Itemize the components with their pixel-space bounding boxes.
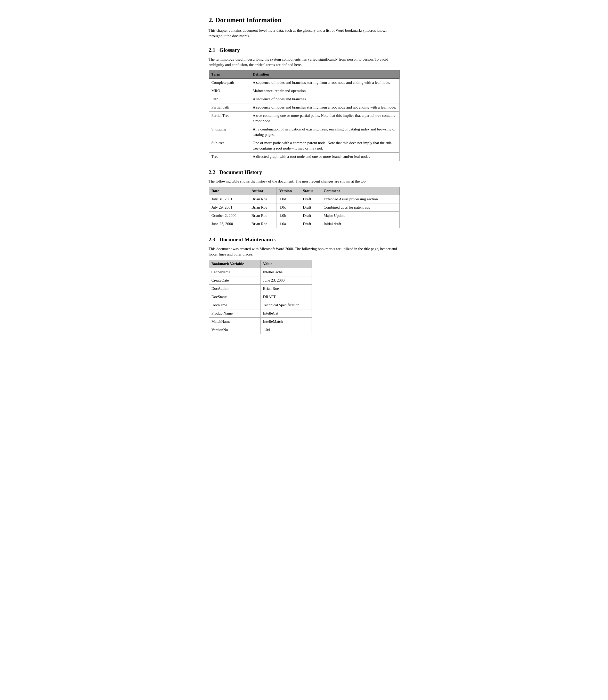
history-table: Date Author Version Status Comment July …: [209, 187, 400, 228]
glossary-row: Complete pathA sequence of nodes and bra…: [209, 78, 399, 86]
section-2-title: 2. Document Information: [209, 16, 400, 25]
bookmark-value: 1.0d: [260, 326, 311, 334]
subsection-2-2-title: 2.2 Document History: [209, 169, 400, 176]
history-cell-version: 1.0c: [277, 203, 300, 212]
bookmark-value: IntelleCat: [260, 309, 311, 317]
history-cell-status: Draft: [300, 195, 321, 203]
history-cell-comment: Combined docs for patent app: [321, 203, 399, 212]
bookmark-row: DocAuthorBrian Roe: [209, 285, 311, 293]
bookmark-table: Bookmark Variable Value CacheNameIntelle…: [209, 260, 312, 334]
bookmark-col-value: Value: [260, 260, 311, 268]
history-col-comment: Comment: [321, 187, 399, 195]
glossary-row: PathA sequence of nodes and branches: [209, 95, 399, 103]
section-2-intro: This chapter contains document-level met…: [209, 28, 400, 39]
glossary-term: Partial Tree: [209, 111, 250, 125]
glossary-term: Sub-tree: [209, 139, 250, 152]
history-cell-comment: Major Update: [321, 212, 399, 220]
glossary-row: Partial TreeA tree containing one or mor…: [209, 111, 399, 125]
subsection-2-1-title: 2.1 Glossary: [209, 46, 400, 54]
history-cell-comment: Extended Assist processing section: [321, 195, 399, 203]
glossary-definition: Any combination of navigation of existin…: [250, 125, 399, 139]
history-cell-status: Draft: [300, 220, 321, 228]
glossary-definition: Maintenance, repair and operation: [250, 86, 399, 95]
history-cell-comment: Initial draft: [321, 220, 399, 228]
history-col-date: Date: [209, 187, 249, 195]
glossary-col-term: Term: [209, 70, 250, 78]
glossary-definition: A sequence of nodes and branches: [250, 95, 399, 103]
bookmark-row: CacheNameIntelleCache: [209, 268, 311, 276]
glossary-term: Partial path: [209, 103, 250, 111]
bookmark-value: Technical Specification: [260, 301, 311, 309]
glossary-definition: One or more paths with a common parent n…: [250, 139, 399, 152]
glossary-row: Partial pathA sequence of nodes and bran…: [209, 103, 399, 111]
bookmark-variable: ProductName: [209, 309, 260, 317]
history-col-status: Status: [300, 187, 321, 195]
bookmark-row: ProductNameIntelleCat: [209, 309, 311, 317]
bookmark-value: DRAFT: [260, 293, 311, 301]
glossary-row: TreeA directed graph with a root node an…: [209, 152, 399, 161]
glossary-intro: The terminology used in describing the s…: [209, 57, 400, 67]
bookmark-value: IntelleMatch: [260, 317, 311, 326]
glossary-term: MRO: [209, 86, 250, 95]
glossary-row: Sub-treeOne or more paths with a common …: [209, 139, 399, 152]
bookmark-variable: DocName: [209, 301, 260, 309]
bookmark-value: IntelleCache: [260, 268, 311, 276]
history-intro: The following table shows the history of…: [209, 179, 400, 184]
bookmark-row: DocStatusDRAFT: [209, 293, 311, 301]
history-col-version: Version: [277, 187, 300, 195]
bookmark-row: MatchNameIntelleMatch: [209, 317, 311, 326]
history-cell-author: Brian Roe: [249, 203, 277, 212]
glossary-col-definition: Definition: [250, 70, 399, 78]
history-row: July 31, 2001Brian Roe1.0dDraftExtended …: [209, 195, 399, 203]
history-cell-date: October 2, 2000: [209, 212, 249, 220]
history-cell-author: Brian Roe: [249, 195, 277, 203]
bookmark-value: Brian Roe: [260, 285, 311, 293]
glossary-definition: A directed graph with a root node and on…: [250, 152, 399, 161]
history-col-author: Author: [249, 187, 277, 195]
bookmark-row: CreateDateJune 23, 2000: [209, 276, 311, 285]
bookmark-variable: MatchName: [209, 317, 260, 326]
glossary-row: MROMaintenance, repair and operation: [209, 86, 399, 95]
glossary-definition: A tree containing one or more partial pa…: [250, 111, 399, 125]
glossary-term: Complete path: [209, 78, 250, 86]
bookmark-row: DocNameTechnical Specification: [209, 301, 311, 309]
bookmark-value: June 23, 2000: [260, 276, 311, 285]
glossary-table: Term Definition Complete pathA sequence …: [209, 70, 400, 161]
glossary-definition: A sequence of nodes and branches startin…: [250, 78, 399, 86]
glossary-term: Tree: [209, 152, 250, 161]
glossary-term: Shopping: [209, 125, 250, 139]
bookmark-variable: CreateDate: [209, 276, 260, 285]
glossary-row: ShoppingAny combination of navigation of…: [209, 125, 399, 139]
history-cell-date: July 31, 2001: [209, 195, 249, 203]
bookmark-variable: VersionNo: [209, 326, 260, 334]
history-cell-version: 1.0d: [277, 195, 300, 203]
subsection-2-3-title: 2.3 Document Maintenance.: [209, 236, 400, 244]
history-cell-author: Brian Roe: [249, 220, 277, 228]
history-cell-author: Brian Roe: [249, 212, 277, 220]
maintenance-intro: This document was created with Microsoft…: [209, 246, 400, 257]
bookmark-variable: DocAuthor: [209, 285, 260, 293]
history-cell-version: 1.0a: [277, 220, 300, 228]
history-row: July 29, 2001Brian Roe1.0cDraftCombined …: [209, 203, 399, 212]
history-row: October 2, 2000Brian Roe1.0bDraftMajor U…: [209, 212, 399, 220]
history-cell-status: Draft: [300, 203, 321, 212]
bookmark-row: VersionNo1.0d: [209, 326, 311, 334]
bookmark-variable: CacheName: [209, 268, 260, 276]
history-row: June 23, 2000Brian Roe1.0aDraftInitial d…: [209, 220, 399, 228]
history-cell-date: June 23, 2000: [209, 220, 249, 228]
history-cell-version: 1.0b: [277, 212, 300, 220]
history-cell-date: July 29, 2001: [209, 203, 249, 212]
glossary-definition: A sequence of nodes and branches startin…: [250, 103, 399, 111]
bookmark-col-variable: Bookmark Variable: [209, 260, 260, 268]
glossary-term: Path: [209, 95, 250, 103]
bookmark-variable: DocStatus: [209, 293, 260, 301]
history-cell-status: Draft: [300, 212, 321, 220]
